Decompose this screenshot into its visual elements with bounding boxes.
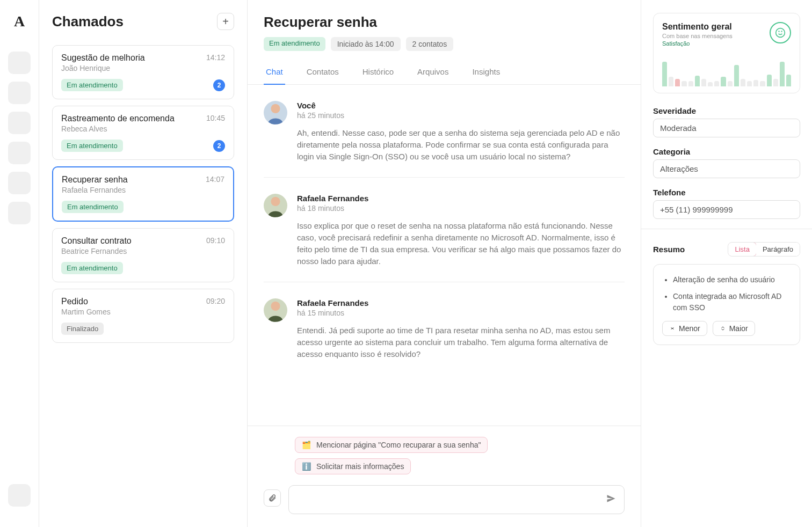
category-select[interactable]: Alterações	[653, 159, 800, 178]
sentiment-bar	[753, 80, 758, 86]
rail-item-bottom[interactable]	[8, 484, 31, 507]
ticket-item-status: Em atendimento	[61, 79, 123, 91]
sentiment-bar	[708, 82, 713, 86]
sentiment-bar	[688, 81, 693, 86]
svg-point-0	[271, 104, 280, 113]
ticket-item-time: 14:12	[206, 53, 225, 62]
rail-item[interactable]	[8, 202, 31, 224]
severity-field: Severidade Moderada	[653, 106, 800, 137]
tab-insights[interactable]: Insights	[470, 63, 502, 84]
svg-point-2	[271, 302, 280, 311]
tab-chat[interactable]: Chat	[264, 63, 285, 85]
ticket-item-status: Em atendimento	[61, 262, 123, 274]
composer-row	[264, 485, 625, 514]
suggestion-text: Solicitar mais informações	[316, 462, 404, 471]
message-time: há 18 minutos	[297, 204, 625, 213]
ticket-item-time: 10:45	[206, 114, 225, 122]
ticket-item-status: Em atendimento	[61, 140, 123, 152]
sentiment-bar	[721, 77, 726, 86]
nav-rail: A	[0, 0, 39, 527]
message-author: Rafaela Fernandes	[297, 194, 625, 203]
sentiment-bar	[741, 79, 745, 86]
suggestions: 🗂️Mencionar página "Como recuparar a sua…	[295, 437, 625, 474]
severity-label: Severidade	[653, 106, 800, 115]
unread-badge: 2	[213, 140, 225, 152]
category-field: Categoria Alterações	[653, 147, 800, 178]
expand-icon	[720, 325, 726, 332]
plus-icon: +	[222, 16, 229, 28]
phone-field: Telefone +55 (11) 999999999	[653, 188, 800, 219]
rail-item[interactable]	[8, 112, 31, 134]
sentiment-bar	[760, 81, 765, 86]
app-root: A Chamados + Sugestão de melhoria João H…	[0, 0, 812, 527]
ticket-header: Recuperar senha Em atendimento Iniciado …	[248, 0, 641, 63]
ticket-item-title: Consultar contrato	[61, 236, 132, 246]
suggestion-text: Mencionar página "Como recuparar a sua s…	[316, 441, 481, 449]
svg-point-3	[776, 28, 785, 38]
ticket-item[interactable]: Sugestão de melhoria João Henrique 14:12…	[52, 45, 234, 99]
message-time: há 25 minutos	[297, 111, 625, 120]
summary-item: Conta integrada ao Microsoft AD com SSO	[673, 291, 791, 313]
send-button[interactable]	[606, 493, 617, 507]
rail-item[interactable]	[8, 172, 31, 194]
sentiment-bar	[747, 81, 752, 86]
sentiment-bar	[728, 81, 733, 86]
ticket-item[interactable]: Recuperar senha Rafaela Fernandes 14:07 …	[52, 166, 234, 222]
suggestion-icon: 🗂️	[302, 441, 311, 449]
rail-item[interactable]	[8, 142, 31, 164]
svg-point-1	[271, 197, 280, 206]
message-input[interactable]	[296, 495, 606, 504]
new-ticket-button[interactable]: +	[217, 13, 234, 30]
summary-head: Resumo Lista Parágrafo	[653, 242, 800, 257]
message-time: há 15 minutos	[297, 309, 625, 317]
attach-button[interactable]	[264, 489, 281, 507]
sentiment-bar	[714, 81, 719, 86]
ticket-item-requester: Martim Gomes	[61, 308, 111, 316]
sentiment-bar	[780, 62, 785, 86]
ticket-item[interactable]: Pedido Martim Gomes 09:20 Finalizado	[52, 289, 234, 343]
summary-larger-button[interactable]: Maior	[713, 321, 755, 336]
ticket-item-title: Pedido	[61, 297, 111, 306]
chat-log[interactable]: Você há 25 minutos Ah, entendi. Nesse ca…	[248, 85, 641, 426]
suggestion-chip[interactable]: 🗂️Mencionar página "Como recuparar a sua…	[295, 437, 488, 453]
rail-item[interactable]	[8, 82, 31, 104]
category-label: Categoria	[653, 147, 800, 156]
collapse-icon	[669, 325, 676, 332]
sentiment-subtitle: Com base nas mensagens	[662, 33, 733, 39]
contacts-badge: 2 contatos	[406, 37, 454, 51]
sentiment-bar	[773, 79, 778, 86]
phone-input[interactable]: +55 (11) 999999999	[653, 200, 800, 219]
ticket-item[interactable]: Consultar contrato Beatrice Fernandes 09…	[52, 228, 234, 282]
paperclip-icon	[268, 494, 277, 502]
tab-arquivos[interactable]: Arquivos	[415, 63, 451, 84]
sentiment-bar	[786, 75, 791, 86]
sentiment-head: Sentimento geral Com base nas mensagens …	[662, 22, 791, 47]
right-panel: Sentimento geral Com base nas mensagens …	[641, 0, 812, 527]
summary-smaller-label: Menor	[679, 324, 700, 333]
divider	[641, 229, 812, 229]
sentiment-card: Sentimento geral Com base nas mensagens …	[653, 13, 800, 93]
rail-item[interactable]	[8, 52, 31, 74]
ticket-item[interactable]: Rastreamento de encomenda Rebeca Alves 1…	[52, 106, 234, 160]
sentiment-bar	[767, 75, 772, 86]
seg-list-button[interactable]: Lista	[728, 242, 756, 257]
sentiment-bar	[662, 62, 667, 86]
tickets-heading: Chamados	[52, 13, 124, 30]
smile-icon	[770, 22, 791, 43]
suggestion-icon: ℹ️	[302, 462, 311, 471]
sentiment-label: Satisfação	[662, 40, 733, 47]
tab-histórico[interactable]: Histórico	[360, 63, 396, 84]
tickets-header: Chamados +	[52, 13, 234, 30]
sentiment-bar	[701, 79, 706, 86]
tab-contatos[interactable]: Contatos	[305, 63, 341, 84]
sentiment-bar	[675, 79, 680, 86]
suggestion-chip[interactable]: ℹ️Solicitar mais informações	[295, 458, 411, 474]
summary-smaller-button[interactable]: Menor	[662, 321, 707, 336]
ticket-item-requester: João Henrique	[61, 64, 145, 72]
message-text: Ah, entendi. Nesse caso, pode ser que a …	[297, 127, 625, 162]
ticket-item-requester: Beatrice Fernandes	[61, 247, 132, 255]
message-author: Você	[297, 101, 625, 110]
severity-select[interactable]: Moderada	[653, 119, 800, 137]
send-icon	[606, 493, 617, 504]
seg-para-button[interactable]: Parágrafo	[756, 243, 800, 256]
